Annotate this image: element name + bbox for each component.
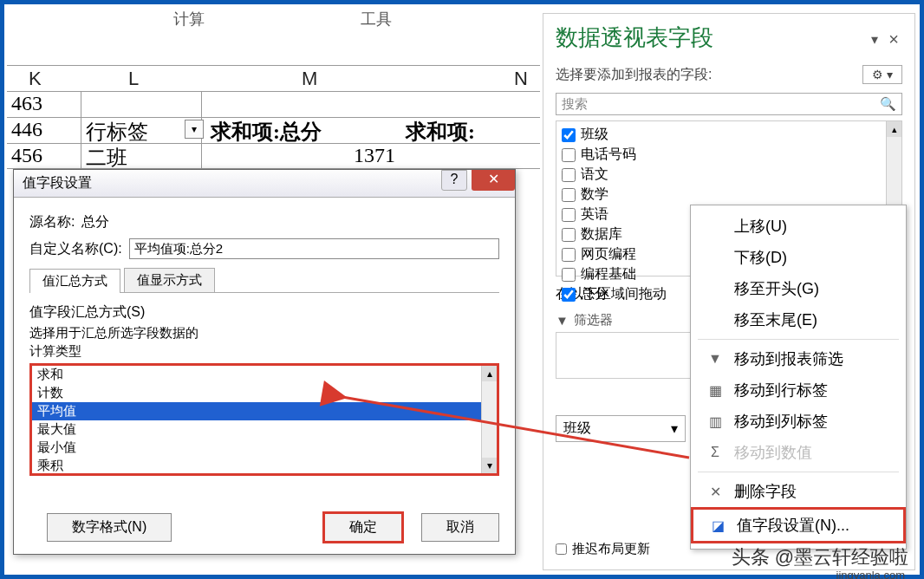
- pane-dropdown-icon[interactable]: ▾: [871, 31, 878, 48]
- list-item[interactable]: 求和: [32, 366, 497, 384]
- ctx-label: 值字段设置(N)...: [737, 515, 849, 536]
- field-label: 数学: [581, 185, 608, 204]
- col-header-N[interactable]: N: [514, 68, 528, 90]
- ctx-move-end[interactable]: 移至末尾(E): [691, 304, 906, 335]
- gear-icon[interactable]: ⚙ ▾: [862, 65, 902, 84]
- dialog-body: 源名称: 总分 自定义名称(C): 值汇总方式 值显示方式 值字段汇总方式(S)…: [14, 198, 515, 485]
- cols-icon: ▥: [706, 413, 724, 430]
- ctx-move-col[interactable]: ▥移动到列标签: [691, 406, 906, 437]
- search-input[interactable]: 搜索 🔍: [556, 93, 902, 115]
- source-name-value: 总分: [81, 213, 109, 231]
- ok-button[interactable]: 确定: [322, 511, 404, 543]
- field-checkbox[interactable]: [562, 128, 576, 142]
- cell-M3[interactable]: 1371: [354, 144, 395, 167]
- cell-K1[interactable]: 463: [11, 92, 42, 115]
- list-item[interactable]: 乘积: [32, 457, 497, 475]
- col-header-K[interactable]: K: [29, 68, 42, 90]
- value-field-settings-dialog: 值字段设置 ? ✕ 源名称: 总分 自定义名称(C): 值汇总方式 值显示方式 …: [13, 169, 516, 555]
- ribbon-tab-tools[interactable]: 工具: [361, 9, 392, 33]
- field-checkbox[interactable]: [562, 188, 576, 202]
- list-item[interactable]: 数值计数: [32, 475, 497, 476]
- field-item[interactable]: 语文: [562, 165, 896, 185]
- cancel-button[interactable]: 取消: [421, 513, 499, 542]
- ctx-move-row[interactable]: ▦移动到行标签: [691, 374, 906, 406]
- field-checkbox[interactable]: [562, 228, 576, 242]
- dialog-help-button[interactable]: ?: [441, 170, 467, 191]
- cell-L3[interactable]: 二班: [81, 144, 202, 170]
- dialog-titlebar[interactable]: 值字段设置 ? ✕: [14, 170, 515, 198]
- tab-summarize[interactable]: 值汇总方式: [29, 269, 120, 293]
- custom-name-input[interactable]: [129, 238, 499, 259]
- cell-N2[interactable]: 求和项:: [406, 118, 475, 146]
- cell-L2[interactable]: 行标签: [81, 118, 202, 144]
- field-checkbox[interactable]: [562, 168, 576, 182]
- field-checkbox[interactable]: [562, 208, 576, 222]
- list-item[interactable]: 最小值: [32, 439, 497, 457]
- field-checkbox[interactable]: [562, 268, 576, 282]
- field-label: 英语: [581, 205, 608, 224]
- tab-show-as[interactable]: 值显示方式: [124, 268, 215, 292]
- cell-L1[interactable]: [81, 92, 202, 118]
- dialog-tabs: 值汇总方式 值显示方式: [29, 268, 499, 293]
- defer-label: 推迟布局更新: [572, 541, 650, 557]
- listbox-scrollbar[interactable]: ▴ ▾: [481, 366, 497, 473]
- pane-close-icon[interactable]: ×: [888, 29, 899, 49]
- number-format-button[interactable]: 数字格式(N): [47, 513, 172, 542]
- watermark-site: jingyanla.com: [836, 569, 906, 579]
- sigma-icon: Σ: [706, 445, 724, 460]
- field-label: 语文: [581, 166, 608, 184]
- separator: [698, 339, 899, 340]
- field-item[interactable]: 电话号码: [562, 145, 896, 165]
- scroll-up-icon[interactable]: ▴: [887, 121, 901, 137]
- pane-title: 数据透视表字段: [543, 14, 914, 62]
- source-name-label: 源名称:: [29, 213, 75, 231]
- custom-name-label: 自定义名称(C):: [29, 240, 122, 258]
- list-item[interactable]: 最大值: [32, 420, 497, 439]
- field-checkbox[interactable]: [562, 248, 576, 262]
- row-area-item[interactable]: 班级 ▾: [556, 415, 686, 442]
- scroll-up-icon[interactable]: ▴: [482, 366, 497, 381]
- row-label-dropdown[interactable]: ▾: [185, 120, 204, 139]
- ctx-move-report[interactable]: ▼移动到报表筛选: [691, 343, 906, 374]
- column-headers: K L M N: [7, 65, 540, 91]
- ctx-move-up[interactable]: 上移(U): [691, 211, 906, 242]
- ribbon-tab-calc[interactable]: 计算: [173, 9, 205, 33]
- cell-K3[interactable]: 456: [11, 144, 42, 167]
- ribbon-tabs: 计算 工具: [61, 9, 534, 33]
- search-placeholder: 搜索: [562, 96, 588, 113]
- col-header-M[interactable]: M: [302, 68, 317, 90]
- field-item[interactable]: 班级: [562, 125, 896, 145]
- scroll-down-icon[interactable]: ▾: [482, 458, 497, 473]
- ctx-label: 移至开头(G): [734, 278, 819, 299]
- field-checkbox[interactable]: [562, 148, 576, 162]
- cell-K2[interactable]: 446: [11, 118, 42, 141]
- cell-M2[interactable]: 求和项:总分: [211, 118, 322, 146]
- ctx-label: 删除字段: [734, 481, 797, 502]
- ctx-label: 移动到报表筛选: [734, 348, 843, 369]
- table-row: 456 二班 1371: [7, 143, 540, 169]
- ctx-move-begin[interactable]: 移至开头(G): [691, 273, 906, 304]
- search-icon: 🔍: [880, 96, 896, 112]
- col-header-L[interactable]: L: [128, 68, 139, 90]
- ctx-move-down[interactable]: 下移(D): [691, 242, 906, 273]
- ctx-label: 移动到行标签: [734, 380, 828, 400]
- calc-type-listbox[interactable]: 求和 计数 平均值 最大值 最小值 乘积 数值计数 ▴ ▾: [29, 363, 499, 476]
- remove-icon: ✕: [706, 484, 724, 500]
- separator: [698, 472, 899, 472]
- field-checkbox[interactable]: [562, 288, 576, 302]
- dialog-close-button[interactable]: ✕: [472, 170, 515, 191]
- ctx-remove[interactable]: ✕删除字段: [691, 476, 906, 507]
- table-row: 463: [7, 91, 540, 117]
- watermark: 头条 @墨云轩经验啦 jingyanla.com: [732, 544, 908, 570]
- filter-icon: ▼: [706, 351, 724, 367]
- filter-icon: ▼: [556, 313, 569, 328]
- field-item[interactable]: 数学: [562, 185, 896, 205]
- row-item-label: 班级: [563, 420, 591, 438]
- ctx-label: 移动到数值: [734, 442, 812, 463]
- defer-checkbox[interactable]: [556, 543, 567, 555]
- list-item[interactable]: 计数: [32, 384, 497, 402]
- choose-label: 选择用于汇总所选字段数据的: [29, 325, 499, 342]
- dialog-footer: 数字格式(N) 确定 取消: [29, 511, 499, 543]
- ctx-value-field-settings[interactable]: ◪值字段设置(N)...: [691, 507, 906, 543]
- list-item-selected[interactable]: 平均值: [32, 402, 497, 420]
